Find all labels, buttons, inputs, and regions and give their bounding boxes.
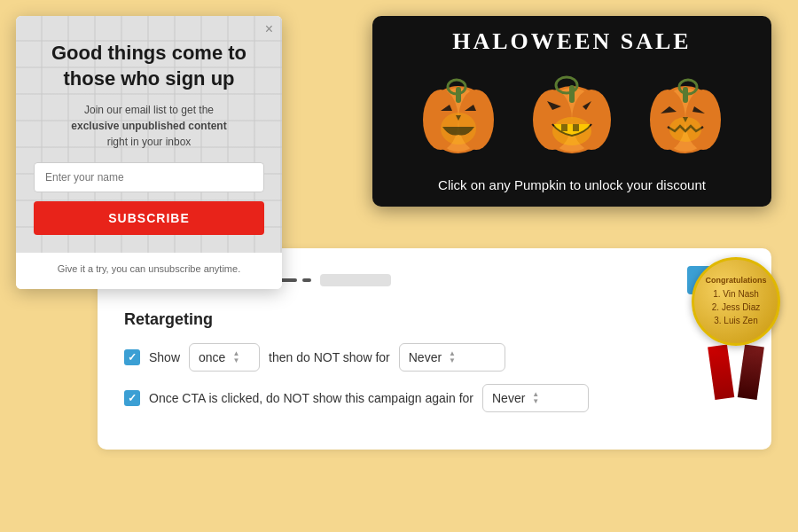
once-arrows: ▲▼ [232, 350, 239, 364]
never-value-1: Never [409, 350, 442, 364]
show-once-checkbox[interactable] [124, 349, 140, 365]
never-value-2: Never [492, 391, 525, 405]
cta-clicked-checkbox[interactable] [124, 390, 140, 406]
popup-subtitle: Join our email list to get the exclusive… [34, 102, 264, 150]
svg-point-20 [552, 117, 591, 145]
never-arrows-1: ▲▼ [449, 350, 456, 364]
retarget-row-1: Show once ▲▼ then do NOT show for Never … [124, 343, 745, 372]
once-select[interactable]: once ▲▼ [189, 343, 260, 372]
medal-badge: Congratulations 1. Vin Nash 2. Jess Diaz… [692, 257, 780, 408]
medal-ribbons [692, 346, 780, 408]
medal-item-2: 2. Jess Diaz [712, 301, 760, 314]
medal-item-1: 1. Vin Nash [713, 287, 759, 301]
medal-circle: Congratulations 1. Vin Nash 2. Jess Diaz… [692, 257, 780, 346]
subscribe-button[interactable]: SUBSCRIBE [34, 201, 264, 235]
input-bar[interactable] [320, 274, 391, 286]
halloween-cta: Click on any Pumpkin to unlock your disc… [372, 168, 771, 207]
pumpkin-2[interactable] [523, 62, 621, 160]
never-arrows-2: ▲▼ [532, 391, 539, 405]
medal-title: Congratulations [706, 276, 767, 285]
popup-body: Good things come to those who sign up Jo… [16, 16, 282, 253]
popup-footer: Give it a try, you can unsubscribe anyti… [16, 253, 282, 289]
retarget-row-2: Once CTA is clicked, do NOT show this ca… [124, 384, 745, 412]
halloween-title: HALOWEEN SALE [372, 16, 771, 62]
halloween-banner: HALOWEEN SALE [372, 16, 771, 207]
svg-point-30 [669, 117, 701, 142]
signup-popup: × Good things come to those who sign up … [16, 16, 282, 289]
email-name-input[interactable] [34, 162, 264, 192]
once-value: once [199, 350, 225, 364]
section-title: Retargeting [124, 310, 745, 329]
cta-label: Once CTA is clicked, do NOT show this ca… [149, 391, 473, 405]
pumpkin-3[interactable] [637, 62, 734, 160]
never-select-2[interactable]: Never ▲▼ [482, 384, 589, 412]
pumpkins-row [372, 62, 771, 168]
ribbon-right [738, 344, 764, 399]
svg-point-9 [441, 113, 476, 145]
close-icon[interactable]: × [265, 21, 273, 37]
never-select-1[interactable]: Never ▲▼ [399, 343, 505, 372]
show-label: Show [149, 350, 180, 364]
pumpkin-1[interactable] [410, 62, 507, 160]
then-label: then do NOT show for [269, 350, 390, 364]
popup-title: Good things come to those who sign up [34, 41, 264, 91]
ribbon-left [708, 344, 734, 399]
medal-item-3: 3. Luis Zen [714, 314, 757, 327]
